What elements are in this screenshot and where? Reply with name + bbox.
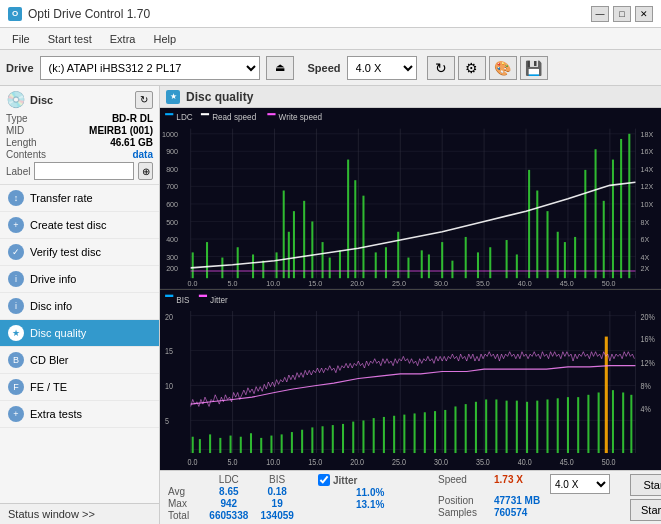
sidebar-item-label-fe-te: FE / TE — [30, 381, 67, 393]
samples-value: 760574 — [494, 507, 527, 518]
sidebar-item-label-disc-quality: Disc quality — [30, 327, 86, 339]
position-value: 47731 MB — [494, 495, 540, 506]
app-icon: O — [8, 7, 22, 21]
svg-rect-148 — [250, 433, 252, 453]
disc-length-value: 46.61 GB — [110, 137, 153, 148]
sidebar-item-label-verify-test-disc: Verify test disc — [30, 246, 101, 258]
bis-max-value: 19 — [256, 498, 298, 509]
drive-info-icon: i — [8, 271, 24, 287]
disc-mid-label: MID — [6, 125, 24, 136]
svg-rect-87 — [516, 254, 518, 278]
sidebar-item-cd-bler[interactable]: B CD Bler — [0, 347, 159, 374]
svg-rect-62 — [262, 261, 264, 279]
drive-select[interactable]: (k:) ATAPI iHBS312 2 PL17 — [40, 56, 260, 80]
eject-button[interactable]: ⏏ — [266, 56, 294, 80]
svg-rect-153 — [301, 429, 303, 452]
sidebar-item-disc-info[interactable]: i Disc info — [0, 293, 159, 320]
svg-text:5.0: 5.0 — [227, 280, 237, 288]
bottom-chart: BIS Jitter 20 15 10 5 20% 16% 12% 8% 4% — [160, 290, 661, 471]
disc-label-input[interactable] — [34, 162, 134, 180]
svg-rect-86 — [506, 240, 508, 278]
top-chart-svg: LDC Read speed Write speed 1000 900 800 … — [160, 108, 661, 289]
menu-file[interactable]: File — [4, 31, 38, 47]
speed-stat-select[interactable]: 4.0 X — [550, 474, 610, 494]
fe-te-icon: F — [8, 379, 24, 395]
svg-rect-156 — [332, 425, 334, 453]
svg-rect-155 — [322, 426, 324, 453]
sidebar-item-fe-te[interactable]: F FE / TE — [0, 374, 159, 401]
disc-label-button[interactable]: ⊕ — [138, 162, 153, 180]
svg-text:20.0: 20.0 — [350, 280, 364, 288]
sidebar-item-create-test-disc[interactable]: + Create test disc — [0, 212, 159, 239]
save-button[interactable]: 💾 — [520, 56, 548, 80]
menu-help[interactable]: Help — [145, 31, 184, 47]
svg-text:45.0: 45.0 — [560, 280, 574, 288]
ldc-bis-stats: LDC BIS Avg 8.65 0.18 Max 942 19 Total 6… — [168, 474, 298, 521]
sidebar-item-transfer-rate[interactable]: ↕ Transfer rate — [0, 185, 159, 212]
samples-row: Samples 760574 — [438, 507, 610, 518]
svg-rect-82 — [451, 261, 453, 279]
svg-rect-73 — [354, 180, 356, 278]
svg-rect-151 — [281, 434, 283, 453]
svg-rect-160 — [373, 418, 375, 453]
sidebar-item-disc-quality[interactable]: ★ Disc quality — [0, 320, 159, 347]
svg-text:15: 15 — [165, 346, 173, 356]
charts-container: LDC Read speed Write speed 1000 900 800 … — [160, 108, 661, 470]
disc-length-label: Length — [6, 137, 37, 148]
transfer-rate-icon: ↕ — [8, 190, 24, 206]
menu-start-test[interactable]: Start test — [40, 31, 100, 47]
refresh-button[interactable]: ↻ — [427, 56, 455, 80]
extra-tests-icon: + — [8, 406, 24, 422]
svg-text:500: 500 — [166, 219, 178, 227]
sidebar-item-extra-tests[interactable]: + Extra tests — [0, 401, 159, 428]
svg-text:200: 200 — [166, 265, 178, 273]
menu-extra[interactable]: Extra — [102, 31, 144, 47]
svg-text:0.0: 0.0 — [188, 280, 198, 288]
svg-rect-146 — [230, 435, 232, 452]
speed-select[interactable]: 4.0 X 8.0 X — [347, 56, 417, 80]
color-button[interactable]: 🎨 — [489, 56, 517, 80]
sidebar-item-drive-info[interactable]: i Drive info — [0, 266, 159, 293]
disc-quality-header: ★ Disc quality — [160, 86, 661, 108]
svg-rect-147 — [240, 436, 242, 452]
svg-rect-57 — [192, 252, 194, 278]
svg-text:12%: 12% — [641, 358, 655, 368]
titlebar: O Opti Drive Control 1.70 — □ ✕ — [0, 0, 661, 28]
sidebar-item-label-extra-tests: Extra tests — [30, 408, 82, 420]
svg-rect-64 — [283, 191, 285, 279]
svg-text:6X: 6X — [641, 236, 650, 244]
sidebar-item-label-disc-info: Disc info — [30, 300, 72, 312]
svg-rect-66 — [293, 211, 295, 278]
svg-rect-3 — [201, 113, 209, 115]
maximize-button[interactable]: □ — [613, 6, 631, 22]
sidebar-item-verify-test-disc[interactable]: ✓ Verify test disc — [0, 239, 159, 266]
svg-rect-95 — [595, 149, 597, 278]
menubar: File Start test Extra Help — [0, 28, 661, 50]
jitter-checkbox[interactable] — [318, 474, 330, 486]
max-row-label: Max — [168, 498, 201, 509]
app-title: Opti Drive Control 1.70 — [28, 7, 150, 21]
svg-rect-70 — [329, 258, 331, 279]
svg-rect-175 — [526, 401, 528, 452]
speed-position-stats: Speed 1.73 X 4.0 X Position 47731 MB Sam… — [438, 474, 610, 518]
create-test-disc-icon: + — [8, 217, 24, 233]
start-part-button[interactable]: Start part — [630, 499, 661, 521]
options-button[interactable]: ⚙ — [458, 56, 486, 80]
cd-bler-icon: B — [8, 352, 24, 368]
start-full-button[interactable]: Start full — [630, 474, 661, 496]
close-button[interactable]: ✕ — [635, 6, 653, 22]
svg-rect-159 — [362, 420, 364, 453]
minimize-button[interactable]: — — [591, 6, 609, 22]
svg-text:0.0: 0.0 — [188, 457, 198, 467]
svg-rect-142 — [192, 436, 194, 452]
svg-text:Jitter: Jitter — [210, 294, 228, 305]
disc-refresh-button[interactable]: ↻ — [135, 91, 153, 109]
svg-text:25.0: 25.0 — [392, 457, 406, 467]
status-window[interactable]: Status window >> — [0, 503, 159, 524]
bottom-chart-svg: BIS Jitter 20 15 10 5 20% 16% 12% 8% 4% — [160, 290, 661, 471]
sidebar-item-label-cd-bler: CD Bler — [30, 354, 69, 366]
jitter-avg-label — [318, 487, 354, 498]
avg-row-label: Avg — [168, 486, 201, 497]
stats-total-row: Total 6605338 134059 — [168, 510, 298, 521]
bis-col-label: BIS — [256, 474, 298, 485]
